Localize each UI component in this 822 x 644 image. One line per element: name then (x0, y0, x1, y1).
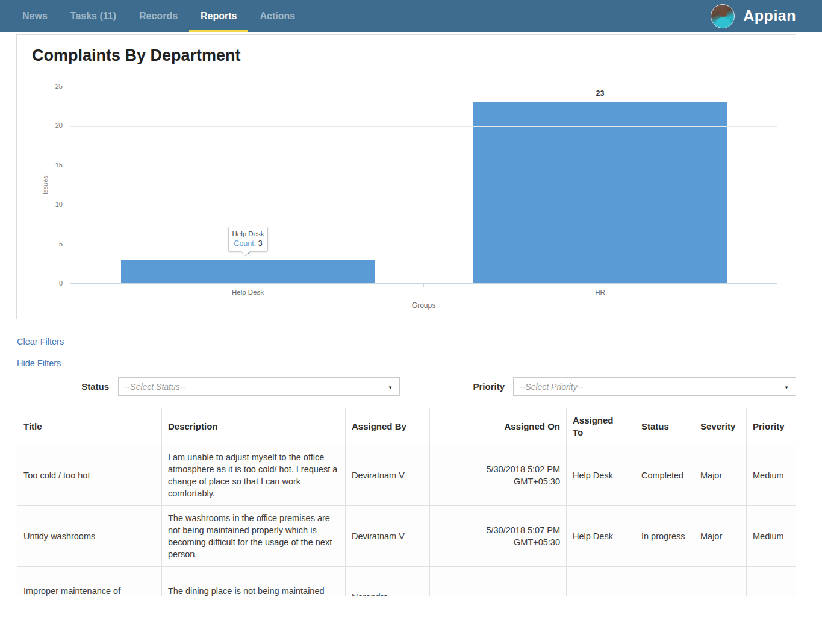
x-axis-tick (70, 283, 70, 287)
bar-hr[interactable]: 23 (473, 102, 727, 283)
gridline (70, 205, 777, 205)
col-header-assigned-to[interactable]: Assigned To (567, 408, 635, 445)
table-row: Untidy washrooms The washrooms in the of… (17, 506, 797, 567)
priority-filter-label: Priority (422, 381, 505, 392)
tooltip-count: Count: 3 (231, 239, 265, 248)
cell-description: The washrooms in the office premises are… (162, 506, 346, 567)
cell-severity (694, 567, 747, 597)
top-nav: News Tasks (11) Records Reports Actions … (0, 0, 822, 32)
user-avatar[interactable] (711, 4, 735, 28)
x-axis-label: Groups (70, 301, 777, 310)
x-axis-tick (777, 283, 777, 287)
table-row: Too cold / too hot I am unable to adjust… (17, 445, 797, 506)
cell-priority: Medium (747, 445, 797, 506)
cell-assigned-to (567, 567, 635, 597)
cell-title: Untidy washrooms (17, 506, 162, 567)
cell-title: Too cold / too hot (17, 445, 162, 506)
bar-help-desk[interactable]: 3 (121, 260, 375, 283)
nav-tab-tasks[interactable]: Tasks (11) (59, 0, 128, 32)
tooltip-count-label: Count: (234, 239, 256, 248)
col-header-assigned-on[interactable]: Assigned On (430, 408, 567, 445)
col-header-status[interactable]: Status (635, 408, 694, 445)
y-tick-label: 20 (42, 122, 63, 129)
cell-status (635, 567, 694, 597)
col-header-description[interactable]: Description (162, 408, 346, 445)
x-category-hr: HR (473, 289, 727, 296)
cell-severity: Major (694, 445, 747, 506)
chevron-down-icon: ▼ (388, 385, 393, 390)
clear-filters-link[interactable]: Clear Filters (17, 337, 64, 346)
cell-severity: Major (694, 506, 747, 567)
cell-assigned-by: Deviratnam V (346, 445, 430, 506)
table-header-row: Title Description Assigned By Assigned O… (17, 408, 797, 445)
y-tick-label: 10 (42, 201, 63, 208)
col-header-assigned-to-text: Assigned To (573, 414, 616, 439)
cell-assigned-on: 5/30/2018 5:02 PM GMT+05:30 (430, 445, 567, 506)
cell-priority: Medium (747, 506, 797, 567)
y-axis-label: Issues (41, 87, 49, 283)
nav-tab-news[interactable]: News (11, 0, 59, 32)
x-category-help-desk: Help Desk (121, 289, 375, 296)
cell-description: The dining place is not being maintained… (162, 567, 346, 597)
cell-description: I am unable to adjust myself to the offi… (162, 445, 346, 506)
page: News Tasks (11) Records Reports Actions … (0, 0, 822, 644)
cell-status: Completed (635, 445, 694, 506)
cell-title: Improper maintenance of cafeteria (17, 567, 162, 597)
chart-tooltip: Help Desk Count: 3 (228, 227, 268, 252)
x-axis-tick (423, 283, 424, 287)
cell-priority (747, 567, 797, 597)
cell-assigned-by: Deviratnam V (346, 506, 430, 567)
bar-value-label: 23 (473, 89, 727, 98)
gridline (70, 245, 777, 245)
complaints-table-container: Title Description Assigned By Assigned O… (17, 408, 796, 596)
nav-tab-reports[interactable]: Reports (189, 0, 248, 32)
nav-right: Appian (711, 0, 822, 32)
chart-title: Complaints By Department (32, 46, 241, 65)
status-filter-label: Status (0, 381, 109, 392)
chevron-down-icon: ▼ (784, 385, 789, 390)
col-header-assigned-by[interactable]: Assigned By (346, 408, 430, 445)
cell-assigned-on: 5/30/2018 5:07 PM GMT+05:30 (430, 506, 567, 567)
priority-dropdown[interactable]: --Select Priority-- ▼ (513, 377, 796, 396)
plot-area: Issues 3 23 Help Desk HR Groups Help Des… (70, 87, 777, 284)
priority-placeholder: --Select Priority-- (520, 382, 583, 392)
gridline (70, 166, 777, 166)
gridline (70, 87, 777, 87)
gridline (70, 126, 777, 127)
hide-filters-link[interactable]: Hide Filters (17, 358, 61, 368)
filter-row: Status --Select Status-- ▼ Priority --Se… (0, 377, 822, 396)
cell-assigned-by: Narendra (346, 567, 430, 597)
tooltip-category: Help Desk (231, 230, 265, 237)
cell-assigned-on-text: 5/30/2018 5:07 PM GMT+05:30 (470, 524, 560, 548)
y-tick-label: 5 (42, 240, 63, 248)
nav-tabs: News Tasks (11) Records Reports Actions (0, 0, 307, 32)
cell-status: In progress (635, 506, 694, 567)
status-dropdown[interactable]: --Select Status-- ▼ (118, 377, 400, 396)
col-header-severity[interactable]: Severity (694, 408, 747, 445)
cell-assigned-to: Help Desk (567, 506, 635, 567)
nav-tab-actions[interactable]: Actions (248, 0, 307, 32)
complaints-table: Title Description Assigned By Assigned O… (17, 408, 796, 596)
cell-assigned-on (430, 567, 567, 597)
col-header-title[interactable]: Title (17, 408, 162, 445)
col-header-priority[interactable]: Priority (747, 408, 797, 445)
cell-assigned-to: Help Desk (567, 445, 635, 506)
appian-logo: Appian (743, 7, 796, 25)
table-row: Improper maintenance of cafeteria The di… (17, 567, 797, 597)
y-tick-label: 15 (42, 161, 63, 169)
y-tick-label: 0 (42, 280, 63, 287)
chart-card: Complaints By Department Issues 3 23 Hel… (16, 34, 796, 319)
nav-tab-records[interactable]: Records (128, 0, 189, 32)
tooltip-count-value: 3 (258, 239, 263, 248)
cell-assigned-on-text: 5/30/2018 5:02 PM GMT+05:30 (470, 463, 560, 487)
y-tick-label: 25 (42, 83, 63, 90)
status-placeholder: --Select Status-- (125, 382, 185, 392)
